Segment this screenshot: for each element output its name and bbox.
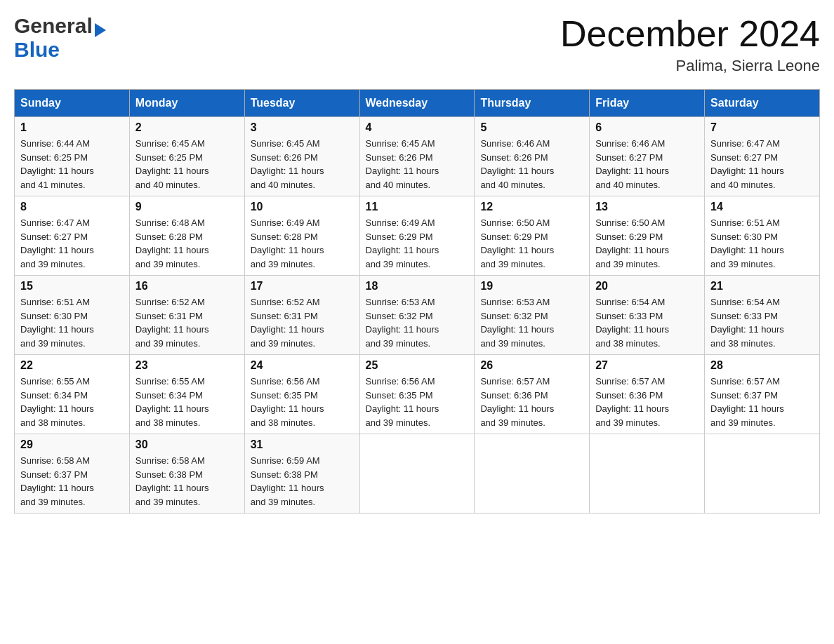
day-info: Sunrise: 6:46 AMSunset: 6:26 PMDaylight:… — [480, 137, 583, 192]
location-subtitle: Palima, Sierra Leone — [560, 57, 820, 75]
calendar-day-cell: 10Sunrise: 6:49 AMSunset: 6:28 PMDayligh… — [244, 196, 359, 276]
calendar-day-cell: 4Sunrise: 6:45 AMSunset: 6:26 PMDaylight… — [359, 117, 475, 196]
weekday-header-friday: Friday — [590, 90, 705, 117]
month-year-title: December 2024 — [560, 14, 820, 54]
day-number: 22 — [20, 359, 124, 372]
day-number: 7 — [710, 121, 814, 134]
weekday-header-tuesday: Tuesday — [244, 90, 359, 117]
calendar-week-row: 1Sunrise: 6:44 AMSunset: 6:25 PMDaylight… — [15, 117, 820, 196]
calendar-day-cell: 28Sunrise: 6:57 AMSunset: 6:37 PMDayligh… — [705, 355, 820, 434]
calendar-day-cell: 7Sunrise: 6:47 AMSunset: 6:27 PMDaylight… — [705, 117, 820, 196]
calendar-day-cell: 11Sunrise: 6:49 AMSunset: 6:29 PMDayligh… — [359, 196, 475, 276]
page-header: General Blue December 2024 Palima, Sierr… — [14, 14, 820, 75]
day-info: Sunrise: 6:57 AMSunset: 6:37 PMDaylight:… — [710, 375, 814, 429]
calendar-day-cell: 27Sunrise: 6:57 AMSunset: 6:36 PMDayligh… — [590, 355, 705, 434]
calendar-day-cell: 25Sunrise: 6:56 AMSunset: 6:35 PMDayligh… — [359, 355, 475, 434]
weekday-header-saturday: Saturday — [705, 90, 820, 117]
day-info: Sunrise: 6:57 AMSunset: 6:36 PMDaylight:… — [595, 375, 699, 429]
day-info: Sunrise: 6:48 AMSunset: 6:28 PMDaylight:… — [135, 216, 239, 271]
calendar-day-cell: 3Sunrise: 6:45 AMSunset: 6:26 PMDaylight… — [244, 117, 359, 196]
day-number: 9 — [135, 201, 239, 213]
calendar-day-cell: 24Sunrise: 6:56 AMSunset: 6:35 PMDayligh… — [244, 355, 359, 434]
day-number: 11 — [366, 201, 469, 213]
day-number: 31 — [251, 438, 354, 451]
calendar-day-cell — [590, 434, 705, 514]
calendar-day-cell: 15Sunrise: 6:51 AMSunset: 6:30 PMDayligh… — [15, 276, 130, 355]
day-number: 5 — [480, 121, 583, 134]
calendar-day-cell: 29Sunrise: 6:58 AMSunset: 6:37 PMDayligh… — [15, 434, 130, 514]
day-info: Sunrise: 6:55 AMSunset: 6:34 PMDaylight:… — [135, 375, 239, 429]
calendar-day-cell: 2Sunrise: 6:45 AMSunset: 6:25 PMDaylight… — [129, 117, 244, 196]
calendar-day-cell: 6Sunrise: 6:46 AMSunset: 6:27 PMDaylight… — [590, 117, 705, 196]
calendar-week-row: 22Sunrise: 6:55 AMSunset: 6:34 PMDayligh… — [15, 355, 820, 434]
calendar-day-cell: 13Sunrise: 6:50 AMSunset: 6:29 PMDayligh… — [590, 196, 705, 276]
day-info: Sunrise: 6:57 AMSunset: 6:36 PMDaylight:… — [480, 375, 583, 429]
day-number: 25 — [366, 359, 469, 372]
calendar-week-row: 29Sunrise: 6:58 AMSunset: 6:37 PMDayligh… — [15, 434, 820, 514]
calendar-day-cell — [475, 434, 590, 514]
calendar-day-cell: 14Sunrise: 6:51 AMSunset: 6:30 PMDayligh… — [705, 196, 820, 276]
calendar-day-cell: 12Sunrise: 6:50 AMSunset: 6:29 PMDayligh… — [475, 196, 590, 276]
day-info: Sunrise: 6:45 AMSunset: 6:25 PMDaylight:… — [135, 137, 239, 192]
logo-triangle-icon — [95, 23, 106, 37]
day-info: Sunrise: 6:49 AMSunset: 6:29 PMDaylight:… — [366, 216, 469, 271]
day-info: Sunrise: 6:53 AMSunset: 6:32 PMDaylight:… — [480, 295, 583, 350]
day-info: Sunrise: 6:58 AMSunset: 6:38 PMDaylight:… — [135, 454, 239, 509]
day-number: 4 — [366, 121, 469, 134]
day-info: Sunrise: 6:44 AMSunset: 6:25 PMDaylight:… — [20, 137, 124, 192]
calendar-day-cell: 17Sunrise: 6:52 AMSunset: 6:31 PMDayligh… — [244, 276, 359, 355]
day-number: 15 — [20, 280, 124, 293]
calendar-week-row: 8Sunrise: 6:47 AMSunset: 6:27 PMDaylight… — [15, 196, 820, 276]
day-info: Sunrise: 6:47 AMSunset: 6:27 PMDaylight:… — [20, 216, 124, 271]
calendar-day-cell: 1Sunrise: 6:44 AMSunset: 6:25 PMDaylight… — [15, 117, 130, 196]
day-info: Sunrise: 6:54 AMSunset: 6:33 PMDaylight:… — [595, 295, 699, 350]
day-number: 8 — [20, 201, 124, 213]
day-number: 17 — [251, 280, 354, 293]
day-info: Sunrise: 6:52 AMSunset: 6:31 PMDaylight:… — [135, 295, 239, 350]
calendar-day-cell: 23Sunrise: 6:55 AMSunset: 6:34 PMDayligh… — [129, 355, 244, 434]
day-number: 21 — [710, 280, 814, 293]
calendar-day-cell: 19Sunrise: 6:53 AMSunset: 6:32 PMDayligh… — [475, 276, 590, 355]
day-info: Sunrise: 6:50 AMSunset: 6:29 PMDaylight:… — [595, 216, 699, 271]
day-info: Sunrise: 6:59 AMSunset: 6:38 PMDaylight:… — [251, 454, 354, 509]
day-info: Sunrise: 6:47 AMSunset: 6:27 PMDaylight:… — [710, 137, 814, 192]
day-info: Sunrise: 6:52 AMSunset: 6:31 PMDaylight:… — [251, 295, 354, 350]
day-number: 14 — [710, 201, 814, 213]
calendar-day-cell — [359, 434, 475, 514]
day-number: 28 — [710, 359, 814, 372]
logo: General Blue — [14, 14, 106, 62]
day-number: 10 — [251, 201, 354, 213]
logo-general-text: General — [14, 14, 106, 38]
day-number: 2 — [135, 121, 239, 134]
day-number: 27 — [595, 359, 699, 372]
day-info: Sunrise: 6:55 AMSunset: 6:34 PMDaylight:… — [20, 375, 124, 429]
day-info: Sunrise: 6:54 AMSunset: 6:33 PMDaylight:… — [710, 295, 814, 350]
day-number: 13 — [595, 201, 699, 213]
day-info: Sunrise: 6:51 AMSunset: 6:30 PMDaylight:… — [710, 216, 814, 271]
calendar-day-cell: 5Sunrise: 6:46 AMSunset: 6:26 PMDaylight… — [475, 117, 590, 196]
weekday-header-row: SundayMondayTuesdayWednesdayThursdayFrid… — [15, 90, 820, 117]
day-info: Sunrise: 6:56 AMSunset: 6:35 PMDaylight:… — [251, 375, 354, 429]
day-number: 24 — [251, 359, 354, 372]
calendar-day-cell: 31Sunrise: 6:59 AMSunset: 6:38 PMDayligh… — [244, 434, 359, 514]
title-block: December 2024 Palima, Sierra Leone — [560, 14, 820, 75]
calendar-day-cell: 16Sunrise: 6:52 AMSunset: 6:31 PMDayligh… — [129, 276, 244, 355]
calendar-day-cell: 30Sunrise: 6:58 AMSunset: 6:38 PMDayligh… — [129, 434, 244, 514]
calendar-day-cell: 22Sunrise: 6:55 AMSunset: 6:34 PMDayligh… — [15, 355, 130, 434]
day-number: 26 — [480, 359, 583, 372]
weekday-header-thursday: Thursday — [475, 90, 590, 117]
calendar-day-cell: 18Sunrise: 6:53 AMSunset: 6:32 PMDayligh… — [359, 276, 475, 355]
day-number: 20 — [595, 280, 699, 293]
day-number: 1 — [20, 121, 124, 134]
calendar-day-cell: 21Sunrise: 6:54 AMSunset: 6:33 PMDayligh… — [705, 276, 820, 355]
day-info: Sunrise: 6:45 AMSunset: 6:26 PMDaylight:… — [366, 137, 469, 192]
day-info: Sunrise: 6:51 AMSunset: 6:30 PMDaylight:… — [20, 295, 124, 350]
calendar-day-cell: 20Sunrise: 6:54 AMSunset: 6:33 PMDayligh… — [590, 276, 705, 355]
day-info: Sunrise: 6:50 AMSunset: 6:29 PMDaylight:… — [480, 216, 583, 271]
calendar-week-row: 15Sunrise: 6:51 AMSunset: 6:30 PMDayligh… — [15, 276, 820, 355]
day-number: 18 — [366, 280, 469, 293]
day-info: Sunrise: 6:45 AMSunset: 6:26 PMDaylight:… — [251, 137, 354, 192]
logo-blue-text: Blue — [14, 38, 60, 62]
day-number: 6 — [595, 121, 699, 134]
day-number: 16 — [135, 280, 239, 293]
